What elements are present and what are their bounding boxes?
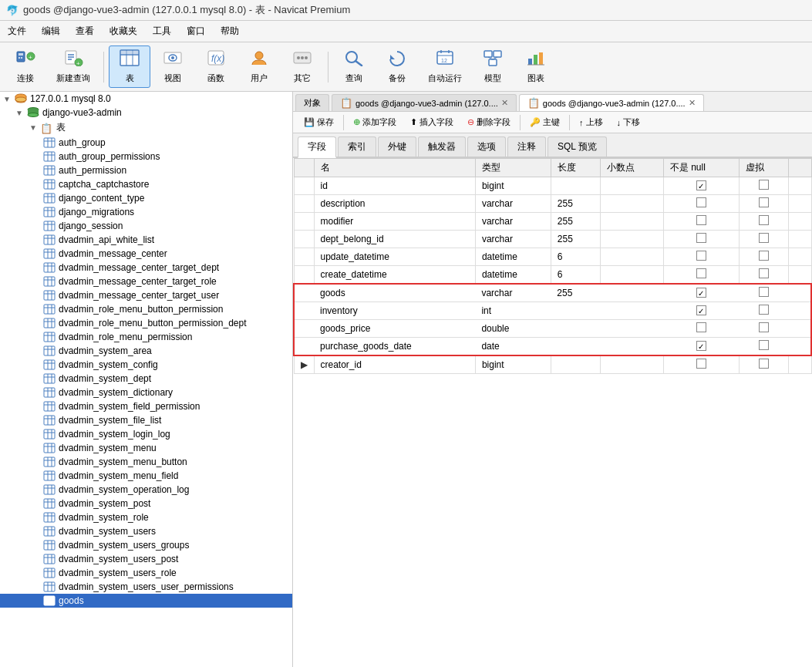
field-decimal-cell[interactable] [600, 248, 663, 266]
sidebar-table-item[interactable]: dvadmin_system_users_post [0, 552, 292, 566]
menu-help[interactable]: 帮助 [213, 22, 247, 40]
sidebar-table-item[interactable]: dvadmin_system_role [0, 510, 292, 524]
menu-window[interactable]: 窗口 [179, 22, 213, 40]
sidebar-table-item[interactable]: dvadmin_system_menu [0, 441, 292, 455]
table-row[interactable]: update_datetimedatetime6 [294, 248, 811, 266]
field-type-cell[interactable]: varchar [475, 213, 551, 231]
sidebar-table-item[interactable]: dvadmin_message_center_target_dept [0, 261, 292, 275]
sidebar-table-item[interactable]: dvadmin_system_post [0, 497, 292, 510]
save-button[interactable]: 💾 保存 [298, 114, 340, 130]
tables-toggle[interactable]: ▼ [29, 123, 40, 132]
tab-object[interactable]: 对象 [295, 94, 329, 111]
toolbar-chart[interactable]: 图表 [515, 45, 557, 88]
sidebar-tables-group[interactable]: ▼ 📋 表 [0, 120, 292, 136]
field-tab-sql[interactable]: SQL 预览 [548, 136, 607, 157]
field-name-cell[interactable]: id [314, 177, 475, 195]
primary-key-button[interactable]: 🔑 主键 [524, 114, 566, 130]
sidebar-table-item[interactable]: dvadmin_role_menu_permission [0, 330, 292, 344]
virtual-checkbox[interactable] [759, 287, 769, 297]
field-decimal-cell[interactable] [600, 338, 663, 356]
virtual-checkbox[interactable] [759, 180, 769, 190]
field-not-null-cell[interactable]: ✓ [663, 284, 739, 302]
field-not-null-cell[interactable] [663, 195, 739, 213]
field-tab-comment[interactable]: 注释 [507, 136, 546, 157]
field-length-cell[interactable] [551, 355, 600, 374]
sidebar-table-item[interactable]: goods [0, 594, 292, 608]
not-null-checkbox[interactable]: ✓ [696, 180, 706, 190]
field-not-null-cell[interactable] [663, 320, 739, 338]
toolbar-query[interactable]: 查询 [333, 45, 375, 88]
field-tab-options[interactable]: 选项 [467, 136, 506, 157]
tab-goods-2[interactable]: 📋 goods @django-vue3-admin (127.0.... ✕ [519, 94, 704, 111]
field-decimal-cell[interactable] [600, 231, 663, 248]
sidebar-table-item[interactable]: dvadmin_system_users_user_permissions [0, 580, 292, 594]
field-length-cell[interactable] [551, 177, 600, 195]
field-not-null-cell[interactable] [663, 266, 739, 285]
sidebar-table-item[interactable]: auth_permission [0, 163, 292, 177]
table-row[interactable]: descriptionvarchar255 [294, 195, 811, 213]
field-type-cell[interactable]: bigint [475, 355, 551, 374]
sidebar-server[interactable]: ▼ 127.0.0.1 mysql 8.0 [0, 92, 292, 106]
field-not-null-cell[interactable]: ✓ [663, 302, 739, 320]
toolbar-schedule[interactable]: 12 自动运行 [419, 45, 470, 88]
toolbar-function[interactable]: f(x) 函数 [195, 45, 237, 88]
sidebar-table-item[interactable]: django_migrations [0, 205, 292, 219]
virtual-checkbox[interactable] [759, 340, 769, 350]
table-row[interactable]: create_datetimedatetime6 [294, 266, 811, 285]
field-name-cell[interactable]: create_datetime [314, 266, 475, 285]
sidebar-table-item[interactable]: dvadmin_api_white_list [0, 233, 292, 247]
field-decimal-cell[interactable] [600, 177, 663, 195]
sidebar-table-item[interactable]: dvadmin_role_menu_button_permission [0, 302, 292, 316]
sidebar-table-item[interactable]: captcha_captchastore [0, 177, 292, 191]
virtual-checkbox[interactable] [759, 305, 769, 315]
sidebar-table-item[interactable]: dvadmin_system_field_permission [0, 399, 292, 413]
sidebar-table-item[interactable]: dvadmin_system_dept [0, 372, 292, 386]
field-virtual-cell[interactable] [739, 231, 788, 248]
virtual-checkbox[interactable] [759, 233, 769, 243]
sidebar-table-item[interactable]: dvadmin_system_menu_button [0, 455, 292, 469]
virtual-checkbox[interactable] [759, 251, 769, 261]
virtual-checkbox[interactable] [759, 215, 769, 225]
sidebar-table-item[interactable]: dvadmin_system_config [0, 358, 292, 372]
sidebar-table-item[interactable]: dvadmin_role_menu_button_permission_dept [0, 316, 292, 330]
table-row[interactable]: purchase_goods_datedate✓ [294, 338, 811, 356]
not-null-checkbox[interactable] [696, 197, 706, 207]
virtual-checkbox[interactable] [759, 359, 769, 369]
field-name-cell[interactable]: inventory [314, 302, 475, 320]
field-name-cell[interactable]: goods [314, 284, 475, 302]
sidebar-table-item[interactable]: dvadmin_system_users_role [0, 566, 292, 580]
virtual-checkbox[interactable] [759, 322, 769, 332]
toolbar-new-query[interactable]: + 新建查询 [48, 45, 99, 88]
not-null-checkbox[interactable] [696, 251, 706, 261]
field-type-cell[interactable]: date [475, 338, 551, 356]
field-type-cell[interactable]: int [475, 302, 551, 320]
menu-tools[interactable]: 工具 [145, 22, 179, 40]
field-name-cell[interactable]: modifier [314, 213, 475, 231]
not-null-checkbox[interactable] [696, 268, 706, 278]
tab-2-close[interactable]: ✕ [689, 98, 696, 108]
field-virtual-cell[interactable] [739, 177, 788, 195]
toolbar-backup[interactable]: 备份 [376, 45, 418, 88]
field-length-cell[interactable]: 255 [551, 213, 600, 231]
field-type-cell[interactable]: datetime [475, 266, 551, 285]
menu-file[interactable]: 文件 [0, 22, 34, 40]
insert-field-button[interactable]: ⬆ 插入字段 [404, 114, 460, 130]
sidebar-table-item[interactable]: dvadmin_system_dictionary [0, 386, 292, 399]
field-tab-trigger[interactable]: 触发器 [418, 136, 466, 157]
menu-view[interactable]: 查看 [68, 22, 102, 40]
field-not-null-cell[interactable]: ✓ [663, 177, 739, 195]
field-name-cell[interactable]: goods_price [314, 320, 475, 338]
field-decimal-cell[interactable] [600, 302, 663, 320]
field-tab-fk[interactable]: 外键 [378, 136, 416, 157]
field-name-cell[interactable]: dept_belong_id [314, 231, 475, 248]
field-virtual-cell[interactable] [739, 355, 788, 374]
field-length-cell[interactable] [551, 320, 600, 338]
toolbar-connect[interactable]: + 连接 [5, 45, 46, 88]
sidebar-table-item[interactable]: dvadmin_system_users_groups [0, 538, 292, 552]
sidebar-table-item[interactable]: django_content_type [0, 191, 292, 205]
toolbar-other[interactable]: 其它 [281, 45, 323, 88]
field-name-cell[interactable]: creator_id [314, 355, 475, 374]
not-null-checkbox[interactable] [696, 359, 706, 369]
field-tab-fields[interactable]: 字段 [298, 136, 336, 158]
sidebar-table-item[interactable]: dvadmin_message_center [0, 247, 292, 261]
